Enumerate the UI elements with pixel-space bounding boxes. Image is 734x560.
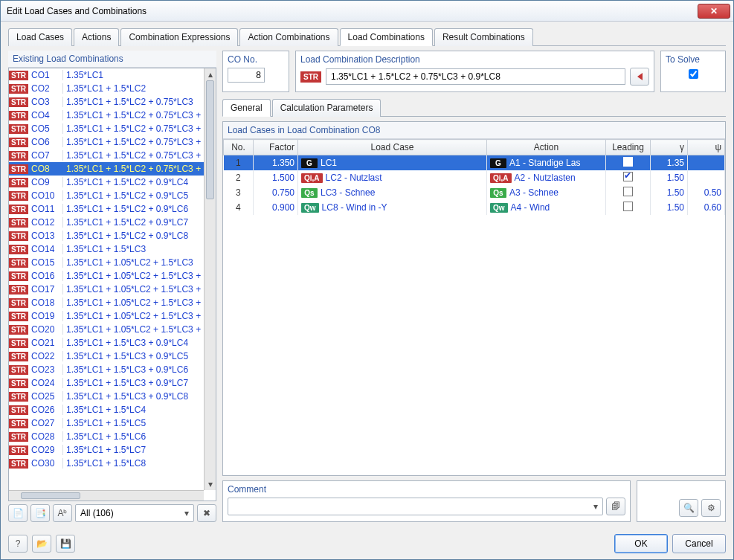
combo-row-co28[interactable]: STRCO281.35*LC1 + 1.5*LC6 <box>9 430 204 443</box>
combo-row-co30[interactable]: STRCO301.35*LC1 + 1.5*LC8 <box>9 457 204 470</box>
tab-load-combinations[interactable]: Load Combinations <box>340 28 433 46</box>
combo-row-co1[interactable]: STRCO11.35*LC1 <box>9 68 204 82</box>
combo-row-co11[interactable]: STRCO111.35*LC1 + 1.5*LC2 + 0.9*LC6 <box>9 202 204 216</box>
cell-psi[interactable] <box>688 155 725 171</box>
combo-row-co19[interactable]: STRCO191.35*LC1 + 1.05*LC2 + 1.5*LC3 + 0 <box>9 309 204 323</box>
open-button[interactable]: 📂 <box>32 535 51 553</box>
scroll-down-icon[interactable]: ▾ <box>205 478 216 490</box>
cell-gamma[interactable]: 1.50 <box>651 185 688 200</box>
to-solve-checkbox[interactable] <box>669 69 718 79</box>
col-factor[interactable]: Factor <box>254 140 298 155</box>
combo-row-co15[interactable]: STRCO151.35*LC1 + 1.05*LC2 + 1.5*LC3 <box>9 256 204 269</box>
cell-gamma[interactable]: 1.50 <box>651 170 688 185</box>
combo-row-co8[interactable]: STRCO81.35*LC1 + 1.5*LC2 + 0.75*LC3 + 0 <box>9 162 204 176</box>
description-back-button[interactable] <box>630 68 649 86</box>
combo-row-co5[interactable]: STRCO51.35*LC1 + 1.5*LC2 + 0.75*LC3 + 0 <box>9 122 204 135</box>
leading-checkbox[interactable] <box>623 187 633 196</box>
cell-leading[interactable] <box>606 200 651 215</box>
col-loadcase[interactable]: Load Case <box>298 140 487 155</box>
cell-loadcase[interactable]: QwLC8 - Wind in -Y <box>298 200 487 215</box>
comment-combo[interactable]: ▾ <box>228 498 603 515</box>
combo-row-co2[interactable]: STRCO21.35*LC1 + 1.5*LC2 <box>9 82 204 95</box>
table-row[interactable]: 40.900QwLC8 - Wind in -YQwA4 - Wind1.500… <box>224 200 725 215</box>
tab-actions[interactable]: Actions <box>74 28 119 46</box>
combo-row-co6[interactable]: STRCO61.35*LC1 + 1.5*LC2 + 0.75*LC3 + 0 <box>9 135 204 149</box>
filter-combo[interactable]: All (106) ▾ <box>75 504 194 522</box>
new-combo-button[interactable]: 📄 <box>8 504 28 522</box>
col-leading[interactable]: Leading <box>606 140 651 155</box>
list-scrollbar-vertical[interactable]: ▴ ▾ <box>204 68 216 490</box>
combo-row-co20[interactable]: STRCO201.35*LC1 + 1.05*LC2 + 1.5*LC3 + 0 <box>9 323 204 336</box>
combo-row-co9[interactable]: STRCO91.35*LC1 + 1.5*LC2 + 0.9*LC4 <box>9 176 204 189</box>
cell-factor[interactable]: 0.900 <box>254 200 298 215</box>
settings-button[interactable]: ⚙ <box>701 499 721 517</box>
combo-row-co23[interactable]: STRCO231.35*LC1 + 1.5*LC3 + 0.9*LC6 <box>9 363 204 376</box>
combo-row-co16[interactable]: STRCO161.35*LC1 + 1.05*LC2 + 1.5*LC3 + 0 <box>9 269 204 283</box>
list-scrollbar-horizontal[interactable] <box>9 490 204 501</box>
save-button[interactable]: 💾 <box>56 535 75 553</box>
tab-load-cases[interactable]: Load Cases <box>8 28 72 46</box>
subtab-calculation-parameters[interactable]: Calculation Parameters <box>272 99 382 117</box>
cell-loadcase[interactable]: QsLC3 - Schnee <box>298 185 487 200</box>
combo-row-co17[interactable]: STRCO171.35*LC1 + 1.05*LC2 + 1.5*LC3 + 0 <box>9 283 204 296</box>
combo-row-co14[interactable]: STRCO141.35*LC1 + 1.5*LC3 <box>9 242 204 256</box>
table-row[interactable]: 30.750QsLC3 - SchneeQsA3 - Schnee1.500.5… <box>224 185 725 200</box>
cell-psi[interactable] <box>688 170 725 185</box>
delete-combo-button[interactable]: ✖ <box>197 504 216 522</box>
leading-checkbox[interactable] <box>623 172 633 181</box>
combo-row-co10[interactable]: STRCO101.35*LC1 + 1.5*LC2 + 0.9*LC5 <box>9 189 204 202</box>
help-button[interactable]: ? <box>8 535 28 553</box>
tab-action-combinations[interactable]: Action Combinations <box>239 28 338 46</box>
col-gamma[interactable]: γ <box>651 140 688 155</box>
cell-psi[interactable]: 0.60 <box>688 200 725 215</box>
cell-factor[interactable]: 1.500 <box>254 170 298 185</box>
col-no[interactable]: No. <box>224 140 254 155</box>
description-input[interactable] <box>326 68 625 85</box>
combo-row-co3[interactable]: STRCO31.35*LC1 + 1.5*LC2 + 0.75*LC3 <box>9 95 204 109</box>
col-psi[interactable]: ψ <box>688 140 725 155</box>
cell-action[interactable]: GA1 - Standige Las <box>487 155 606 171</box>
combo-row-co22[interactable]: STRCO221.35*LC1 + 1.5*LC3 + 0.9*LC5 <box>9 350 204 363</box>
combo-row-co4[interactable]: STRCO41.35*LC1 + 1.5*LC2 + 0.75*LC3 + 0 <box>9 109 204 122</box>
cell-leading[interactable] <box>606 155 651 171</box>
combo-list[interactable]: STRCO11.35*LC1STRCO21.35*LC1 + 1.5*LC2ST… <box>9 68 204 490</box>
cell-action[interactable]: QwA4 - Wind <box>487 200 606 215</box>
combo-row-co24[interactable]: STRCO241.35*LC1 + 1.5*LC3 + 0.9*LC7 <box>9 376 204 390</box>
cell-psi[interactable]: 0.50 <box>688 185 725 200</box>
cell-gamma[interactable]: 1.50 <box>651 200 688 215</box>
tab-combination-expressions[interactable]: Combination Expressions <box>120 28 238 46</box>
co-no-input[interactable] <box>228 68 265 83</box>
cell-gamma[interactable]: 1.35 <box>651 155 688 171</box>
combo-row-co26[interactable]: STRCO261.35*LC1 + 1.5*LC4 <box>9 403 204 416</box>
ok-button[interactable]: OK <box>614 534 668 553</box>
tab-result-combinations[interactable]: Result Combinations <box>434 28 533 46</box>
grid-body[interactable]: No. Factor Load Case Action Leading γ ψ … <box>223 139 725 475</box>
combo-row-co18[interactable]: STRCO181.35*LC1 + 1.05*LC2 + 1.5*LC3 + 0 <box>9 296 204 309</box>
cell-leading[interactable] <box>606 185 651 200</box>
cell-factor[interactable]: 0.750 <box>254 185 298 200</box>
table-row[interactable]: 21.500Qi,ALC2 - NutzlastQi,AA2 - Nutzlas… <box>224 170 725 185</box>
scroll-thumb-horizontal[interactable] <box>21 492 80 499</box>
col-action[interactable]: Action <box>487 140 606 155</box>
cancel-button[interactable]: Cancel <box>672 534 726 553</box>
leading-checkbox[interactable] <box>623 157 633 167</box>
cell-loadcase[interactable]: GLC1 <box>298 155 487 171</box>
details-button[interactable]: 🔍 <box>679 499 698 517</box>
leading-checkbox[interactable] <box>623 202 633 211</box>
cell-loadcase[interactable]: Qi,ALC2 - Nutzlast <box>298 170 487 185</box>
combo-row-co25[interactable]: STRCO251.35*LC1 + 1.5*LC3 + 0.9*LC8 <box>9 390 204 403</box>
window-close-button[interactable]: ✕ <box>698 4 730 19</box>
combo-row-co7[interactable]: STRCO71.35*LC1 + 1.5*LC2 + 0.75*LC3 + 0 <box>9 149 204 162</box>
combo-row-co21[interactable]: STRCO211.35*LC1 + 1.5*LC3 + 0.9*LC4 <box>9 336 204 350</box>
copy-combo-button[interactable]: 📑 <box>30 504 50 522</box>
cell-action[interactable]: QsA3 - Schnee <box>487 185 606 200</box>
combo-row-co29[interactable]: STRCO291.35*LC1 + 1.5*LC7 <box>9 443 204 457</box>
scroll-thumb-vertical[interactable] <box>206 80 214 199</box>
comment-pick-button[interactable]: 🗐 <box>606 498 625 515</box>
table-row[interactable]: 11.350GLC1GA1 - Standige Las1.35 <box>224 155 725 171</box>
combo-row-co12[interactable]: STRCO121.35*LC1 + 1.5*LC2 + 0.9*LC7 <box>9 216 204 229</box>
cell-factor[interactable]: 1.350 <box>254 155 298 171</box>
scroll-up-icon[interactable]: ▴ <box>205 68 216 80</box>
cell-action[interactable]: Qi,AA2 - Nutzlasten <box>487 170 606 185</box>
cell-leading[interactable] <box>606 170 651 185</box>
